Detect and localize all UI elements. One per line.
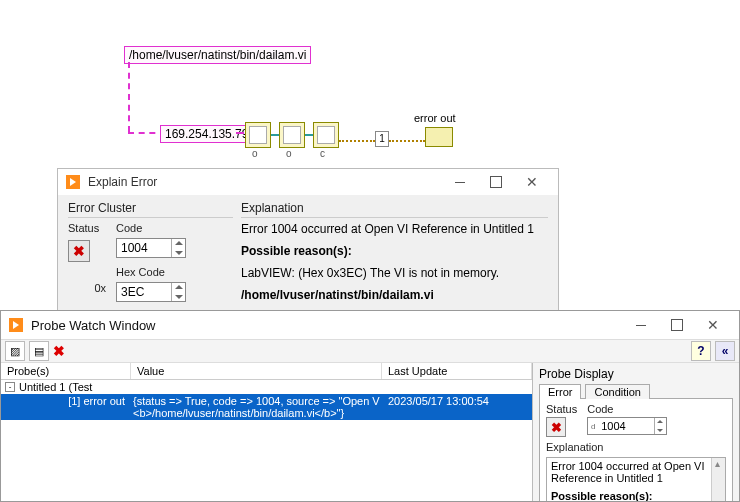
- close-button[interactable]: [695, 314, 731, 336]
- code-spinner[interactable]: [171, 239, 185, 257]
- tree-root-row[interactable]: - Untitled 1 (Test: [1, 380, 532, 394]
- probe-display-header: Probe Display: [539, 367, 733, 381]
- node-c-label: c: [320, 148, 325, 159]
- code-label: Code: [116, 222, 233, 234]
- pd-possible: Possible reason(s):: [551, 490, 721, 501]
- probe-row-time: 2023/05/17 13:00:54: [382, 394, 532, 420]
- probe-watch-window: Probe Watch Window ▨ ▤ ✖ ? « Probe(s) Va…: [0, 310, 740, 502]
- probe-toolbar: ▨ ▤ ✖ ? «: [1, 339, 739, 363]
- hex-label: Hex Code: [116, 266, 233, 278]
- labview-icon: [9, 318, 23, 332]
- wire-path: [128, 62, 130, 132]
- node-o2-label: o: [286, 148, 292, 159]
- explain-line3: /home/lvuser/natinst/bin/dailam.vi: [241, 288, 548, 302]
- minimize-button[interactable]: [442, 171, 478, 193]
- error-out-indicator[interactable]: [425, 127, 453, 147]
- wire-ip: [236, 132, 244, 134]
- probe-list[interactable]: - Untitled 1 (Test [1] error out {status…: [1, 380, 532, 501]
- explain-title: Explain Error: [88, 175, 442, 189]
- hex-prefix: 0x: [68, 282, 110, 294]
- delete-probe-button[interactable]: ✖: [53, 343, 71, 359]
- expand-icon[interactable]: -: [5, 382, 15, 392]
- explanation-header: Explanation: [241, 201, 548, 218]
- pd-code-label: Code: [587, 403, 667, 415]
- col-last[interactable]: Last Update: [382, 363, 532, 379]
- probe-titlebar[interactable]: Probe Watch Window: [1, 311, 739, 339]
- explain-titlebar[interactable]: Explain Error: [58, 169, 558, 195]
- pd-code-spinner[interactable]: [654, 418, 666, 434]
- explain-line1: Error 1004 occurred at Open VI Reference…: [241, 222, 548, 236]
- vi-path-constant[interactable]: /home/lvuser/natinst/bin/dailam.vi: [124, 46, 311, 64]
- maximize-button[interactable]: [659, 314, 695, 336]
- pd-status-label: Status: [546, 403, 577, 415]
- help-button[interactable]: ?: [691, 341, 711, 361]
- scrollbar[interactable]: [711, 458, 725, 501]
- probe-list-panel: Probe(s) Value Last Update - Untitled 1 …: [1, 363, 533, 501]
- pd-code-field[interactable]: d 1004: [587, 417, 667, 435]
- tree-root-label: Untitled 1 (Test: [19, 381, 92, 393]
- probe-row-value: {status => True, code => 1004, source =>…: [131, 394, 382, 420]
- tab-error[interactable]: Error: [539, 384, 581, 399]
- error-out-label: error out: [414, 112, 456, 124]
- pd-code-radix[interactable]: d: [588, 422, 598, 431]
- code-field[interactable]: 1004: [116, 238, 186, 258]
- pd-code-value: 1004: [598, 420, 654, 432]
- status-led[interactable]: ✖: [68, 240, 90, 262]
- close-button[interactable]: [514, 171, 550, 193]
- block-diagram: /home/lvuser/natinst/bin/dailam.vi 169.2…: [0, 0, 740, 160]
- wire-ref2: [305, 134, 313, 136]
- explain-line2: LabVIEW: (Hex 0x3EC) The VI is not in me…: [241, 266, 548, 280]
- hex-value: 3EC: [121, 285, 144, 299]
- pd-exp-line: Error 1004 occurred at Open VI Reference…: [551, 460, 721, 484]
- error-wire2: [389, 140, 425, 142]
- code-value: 1004: [121, 241, 148, 255]
- error-cluster-header: Error Cluster: [68, 201, 233, 218]
- tab-condition[interactable]: Condition: [585, 384, 649, 399]
- labview-icon: [66, 175, 80, 189]
- probe-display-tabs: Error Condition: [539, 384, 733, 399]
- node-o-label: o: [252, 148, 258, 159]
- collapse-button[interactable]: «: [715, 341, 735, 361]
- pd-explanation-box[interactable]: Error 1004 occurred at Open VI Reference…: [546, 457, 726, 501]
- close-ref-node[interactable]: [313, 122, 339, 148]
- select-probe-button[interactable]: ▤: [29, 341, 49, 361]
- explain-possible: Possible reason(s):: [241, 244, 548, 258]
- pd-explanation-label: Explanation: [546, 441, 726, 453]
- hex-spinner[interactable]: [171, 283, 185, 301]
- error-x-icon: ✖: [73, 243, 85, 259]
- wire-ref1: [271, 134, 279, 136]
- col-probe[interactable]: Probe(s): [1, 363, 131, 379]
- error-x-icon: ✖: [551, 420, 562, 435]
- ip-constant[interactable]: 169.254.135.79: [160, 125, 253, 143]
- probe-display-box: Status ✖ Code d 1004 Explanation Error: [539, 398, 733, 501]
- probe-1-indicator[interactable]: 1: [375, 131, 389, 147]
- probe-row-name: [1] error out: [1, 394, 131, 420]
- probe-row-selected[interactable]: [1] error out {status => True, code => 1…: [1, 394, 532, 420]
- col-value[interactable]: Value: [131, 363, 382, 379]
- probe-display-panel: Probe Display Error Condition Status ✖ C…: [533, 363, 739, 501]
- hex-field[interactable]: 3EC: [116, 282, 186, 302]
- open-app-ref-node[interactable]: [245, 122, 271, 148]
- status-label: Status: [68, 222, 110, 234]
- open-vi-ref-node[interactable]: [279, 122, 305, 148]
- explanation-panel: Explanation Error 1004 occurred at Open …: [241, 201, 548, 320]
- probe-title: Probe Watch Window: [31, 318, 623, 333]
- new-probe-button[interactable]: ▨: [5, 341, 25, 361]
- pd-status-led[interactable]: ✖: [546, 417, 566, 437]
- error-cluster-panel: Error Cluster Status Code ✖ 1004 Hex Cod…: [68, 201, 233, 320]
- error-wire: [339, 140, 375, 142]
- explanation-text: Error 1004 occurred at Open VI Reference…: [241, 222, 548, 302]
- explain-error-window: Explain Error Error Cluster Status Code …: [57, 168, 559, 314]
- minimize-button[interactable]: [623, 314, 659, 336]
- maximize-button[interactable]: [478, 171, 514, 193]
- list-header: Probe(s) Value Last Update: [1, 363, 532, 380]
